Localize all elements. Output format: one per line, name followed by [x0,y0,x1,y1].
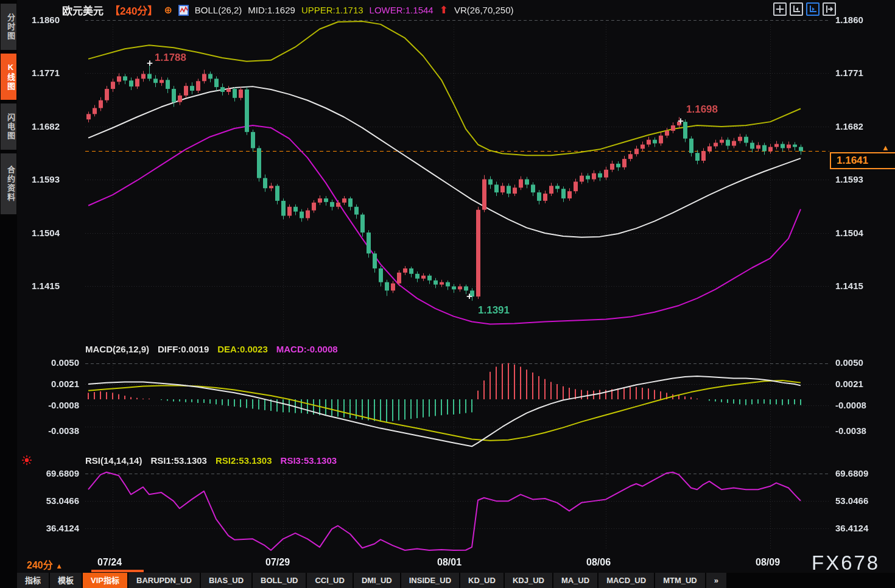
period-label[interactable]: 【240分】 [110,2,158,18]
price-tag-arrow-icon: ▲ [882,143,890,152]
period-selector[interactable]: 240分 ▲ [27,557,63,572]
rsi3-value: RSI3:53.1303 [281,455,337,466]
macd-axis-label-right: 0.0021 [835,379,893,389]
low-cross-marker: + [466,290,472,303]
swing-high-label: 1.1698 [686,103,718,116]
chart-canvas[interactable] [0,0,895,588]
high-cross-marker: + [147,57,153,69]
boll-params-label: BOLL(26,2) [195,5,242,15]
sidebar: 分时图 K线图 闪电图 合约资料 [0,0,17,588]
rsi-axis-label-left: 36.4124 [22,523,79,533]
rsi-axis-label-left: 53.0466 [22,495,79,506]
macd-params-label: MACD(26,12,9) [85,344,149,354]
price-axis-label-left: 1.1504 [22,228,60,238]
sidebar-tab-candle-chart[interactable]: K线图 [1,54,16,100]
watermark-logo: FX678 [812,551,880,575]
current-price-tag: 1.1641 [830,152,895,169]
up-arrow-icon: ⬆ [440,4,448,16]
price-axis-label-right: 1.1771 [835,68,873,78]
sidebar-tab-contract-info[interactable]: 合约资料 [1,153,16,214]
tab-inside-ud[interactable]: INSIDE_UD [401,573,459,588]
marked-low-label: 1.1391 [478,304,510,317]
price-axis-label-left: 1.1593 [22,174,60,184]
macd-hist-value: MACD:-0.0008 [276,344,338,354]
rsi-axis-label-right: 69.6809 [835,468,893,478]
live-indicator-icon [21,455,32,466]
rsi-params-label: RSI(14,14,14) [85,455,142,466]
circle-plus-icon[interactable]: ⊕ [164,4,172,16]
boll-upper-value: UPPER:1.1713 [301,5,363,15]
rsi-header: RSI(14,14,14) RSI1:53.1303 RSI2:53.1303 … [85,455,337,466]
tab-bias-ud[interactable]: BIAS_UD [201,573,251,588]
price-axis-label-right: 1.1860 [835,15,873,25]
macd-axis-label-right: -0.0038 [835,425,893,436]
header-toolbar [773,2,836,16]
swing-high-marker: + [678,115,684,127]
tab-templates[interactable]: 模板 [50,573,82,588]
tab-kd-ud[interactable]: KD_UD [460,573,504,588]
chart-app: 分时图 K线图 闪电图 合约资料 欧元美元 【240分】 ⊕ BOLL(26,2… [0,0,895,588]
period-text: 240分 [27,560,53,570]
tab-boll-ud[interactable]: BOLL_UD [253,573,306,588]
date-tick: 08/01 [437,557,462,568]
price-axis-label-left: 1.1682 [22,121,60,131]
exit-fullscreen-icon[interactable] [823,2,836,16]
axis-scale-left-icon[interactable] [790,2,803,16]
period-dropdown-arrow-icon: ▲ [55,562,63,570]
indicator-tabbar: 指标 模板 VIP指标 BARUPDN_UD BIAS_UD BOLL_UD C… [17,573,895,588]
price-axis-label-right: 1.1682 [835,121,873,131]
tab-kdj-ud[interactable]: KDJ_UD [505,573,552,588]
tab-macd-ud[interactable]: MACD_UD [598,573,654,588]
rsi1-value: RSI1:53.1303 [150,455,207,466]
symbol-name: 欧元美元 [62,2,104,18]
macd-axis-label-left: -0.0038 [22,425,79,436]
rsi-axis-label-right: 53.0466 [835,495,893,506]
sidebar-tab-lightning-chart[interactable]: 闪电图 [1,103,16,150]
macd-axis-label-right: -0.0008 [835,400,893,410]
rsi2-value: RSI2:53.1303 [216,455,272,466]
tab-barupdn-ud[interactable]: BARUPDN_UD [128,573,200,588]
sidebar-tab-timeline-chart[interactable]: 分时图 [1,4,16,50]
rsi-axis-label-right: 36.4124 [835,523,893,533]
macd-dea-value: DEA:0.0023 [217,344,268,354]
macd-axis-label-left: -0.0008 [22,400,79,410]
tab-ma-ud[interactable]: MA_UD [553,573,597,588]
tab-vip-indicators[interactable]: VIP指标 [83,573,127,588]
tab-more[interactable]: » [706,573,726,588]
tab-indicators[interactable]: 指标 [17,573,49,588]
mini-chart-icon [178,4,189,16]
date-tick: 07/29 [265,557,290,568]
date-tick: 08/06 [586,557,611,568]
price-axis-label-left: 1.1771 [22,68,60,78]
macd-diff-value: DIFF:0.0019 [158,344,209,354]
boll-mid-value: MID:1.1629 [248,5,295,15]
tab-dmi-ud[interactable]: DMI_UD [354,573,400,588]
tab-cci-ud[interactable]: CCI_UD [307,573,352,588]
price-axis-label-right: 1.1593 [835,174,873,184]
chart-header: 欧元美元 【240分】 ⊕ BOLL(26,2) MID:1.1629 UPPE… [62,3,513,16]
macd-header: MACD(26,12,9) DIFF:0.0019 DEA:0.0023 MAC… [85,344,338,354]
macd-axis-label-left: 0.0050 [22,357,79,368]
price-axis-label-right: 1.1504 [835,228,873,238]
marked-high-label: 1.1788 [155,52,186,64]
macd-axis-label-right: 0.0050 [835,357,893,368]
macd-axis-label-left: 0.0021 [22,379,79,389]
price-axis-label-left: 1.1415 [22,281,60,291]
axis-scale-right-icon[interactable] [806,2,820,16]
tab-mtm-ud[interactable]: MTM_UD [655,573,705,588]
vr-params-label: VR(26,70,250) [454,5,514,15]
date-tick: 08/09 [756,557,780,568]
chart-scrollbar-thumb[interactable] [91,570,144,572]
price-axis-label-right: 1.1415 [835,281,873,291]
boll-lower-value: LOWER:1.1544 [370,5,433,15]
rsi-axis-label-left: 69.6809 [22,468,79,478]
price-axis-label-left: 1.1860 [22,15,60,25]
crosshair-move-icon[interactable] [773,2,787,16]
date-tick: 07/24 [97,557,122,568]
